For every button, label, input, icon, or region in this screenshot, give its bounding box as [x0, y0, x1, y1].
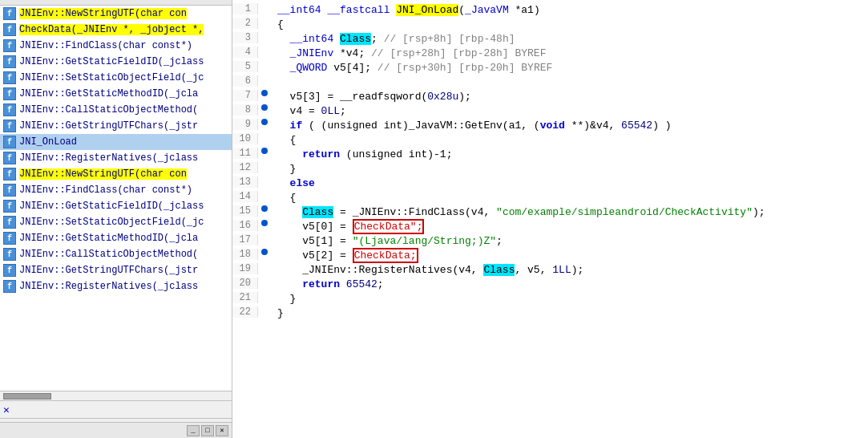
code-content: } — [271, 306, 868, 321]
breakpoint-dot[interactable] — [258, 220, 271, 226]
function-item[interactable]: fJNIEnv::RegisterNatives(_jclass — [0, 150, 232, 166]
function-item[interactable]: fJNIEnv::GetStaticMethodID(_jcla — [0, 86, 232, 102]
line-number: 9 — [232, 119, 258, 130]
function-name: JNIEnv::NewStringUTF(char con — [19, 168, 187, 180]
function-name: JNIEnv::GetStaticFieldID(_jclass — [19, 201, 204, 212]
code-line: 2{ — [232, 18, 868, 32]
code-content: Class = _JNIEnv::FindClass(v4, "com/exam… — [271, 205, 868, 220]
function-item[interactable]: fJNIEnv::FindClass(char const*) — [0, 182, 232, 198]
code-line: 8 v4 = 0LL; — [232, 104, 868, 119]
function-item[interactable]: fJNIEnv::GetStaticFieldID(_jclass — [0, 54, 232, 70]
right-panel: 1__int64 __fastcall JNI_OnLoad(_JavaVM *… — [232, 0, 868, 438]
function-icon: f — [3, 55, 16, 68]
function-name: JNIEnv::GetStaticMethodID(_jcla — [19, 88, 198, 99]
code-content: } — [271, 292, 868, 306]
line-number: 8 — [232, 104, 258, 116]
function-icon: f — [3, 39, 16, 52]
function-name: JNIEnv::FindClass(char const*) — [19, 40, 192, 51]
function-icon: f — [3, 248, 16, 261]
line-number: 11 — [232, 148, 258, 159]
line-number: 18 — [232, 249, 258, 260]
function-item[interactable]: fJNIEnv::CallStaticObjectMethod( — [0, 246, 232, 262]
code-content: v5[3] = __readfsqword(0x28u); — [271, 90, 868, 104]
restore-button[interactable]: □ — [201, 425, 214, 436]
function-item[interactable]: fJNI_OnLoad — [0, 134, 232, 150]
line-number: 10 — [232, 133, 258, 144]
clear-filter-button[interactable]: ✕ — [3, 404, 10, 416]
function-item[interactable]: fJNIEnv::GetStringUTFChars(_jstr — [0, 118, 232, 134]
function-item[interactable]: fJNIEnv::CallStaticObjectMethod( — [0, 102, 232, 118]
breakpoint-indicator — [261, 205, 268, 212]
code-content: { — [271, 133, 868, 148]
line-number: 2 — [232, 18, 258, 29]
code-line: 9 if ( (unsigned int)_JavaVM::GetEnv(a1,… — [232, 119, 868, 133]
line-number: 6 — [232, 75, 258, 87]
breakpoint-dot[interactable] — [258, 90, 271, 96]
code-content: _QWORD v5[4]; // [rsp+30h] [rbp-20h] BYR… — [271, 61, 868, 75]
function-name: JNI_OnLoad — [19, 136, 77, 148]
function-item[interactable]: fJNIEnv::GetStaticFieldID(_jclass — [0, 198, 232, 214]
minimize-button[interactable]: _ — [187, 425, 200, 436]
function-name: JNIEnv::GetStaticMethodID(_jcla — [19, 233, 198, 244]
function-icon: f — [3, 87, 16, 100]
function-item[interactable]: fJNIEnv::GetStringUTFChars(_jstr — [0, 262, 232, 278]
function-icon: f — [3, 71, 16, 84]
code-line: 19 _JNIEnv::RegisterNatives(v4, Class, v… — [232, 263, 868, 278]
function-item[interactable]: fJNIEnv::SetStaticObjectField(_jc — [0, 214, 232, 230]
code-line: 12 } — [232, 162, 868, 176]
code-line: 15 Class = _JNIEnv::FindClass(v4, "com/e… — [232, 205, 868, 220]
function-name: CheckData(_JNIEnv *, _jobject *, — [19, 24, 204, 35]
function-icon: f — [3, 200, 16, 213]
line-number: 19 — [232, 263, 258, 274]
breakpoint-dot[interactable] — [258, 205, 271, 212]
function-icon: f — [3, 103, 16, 116]
function-item[interactable]: fJNIEnv::NewStringUTF(char con — [0, 166, 232, 182]
breakpoint-indicator — [261, 119, 268, 125]
code-content: if ( (unsigned int)_JavaVM::GetEnv(a1, (… — [271, 119, 868, 133]
code-line: 20 return 65542; — [232, 278, 868, 292]
breakpoint-indicator — [261, 104, 268, 111]
breakpoint-dot[interactable] — [258, 119, 271, 125]
code-content: __int64 __fastcall JNI_OnLoad(_JavaVM *a… — [271, 3, 868, 18]
function-name: JNIEnv::SetStaticObjectField(_jc — [19, 217, 204, 228]
function-name: JNIEnv::GetStaticFieldID(_jclass — [19, 56, 204, 67]
function-name: JNIEnv::CallStaticObjectMethod( — [19, 249, 198, 260]
code-content: { — [271, 18, 868, 32]
code-line: 16 v5[0] = CheckData"; — [232, 220, 868, 234]
code-line: 17 v5[1] = "(Ljava/lang/String;)Z"; — [232, 234, 868, 249]
line-number: 13 — [232, 176, 258, 188]
close-panel-button[interactable]: ✕ — [216, 425, 228, 436]
function-icon: f — [3, 168, 16, 180]
breakpoint-dot[interactable] — [258, 148, 271, 154]
breakpoint-indicator — [261, 90, 268, 96]
line-number: 5 — [232, 61, 258, 72]
code-line: 22} — [232, 306, 868, 321]
code-content: return (unsigned int)-1; — [271, 148, 868, 162]
function-name: JNIEnv::GetStringUTFChars(_jstr — [19, 120, 198, 132]
scrollbar-area[interactable] — [0, 391, 232, 400]
function-name: JNIEnv::NewStringUTF(char con — [19, 8, 187, 19]
left-panel: fJNIEnv::NewStringUTF(char confCheckData… — [0, 0, 232, 438]
function-item[interactable]: fJNIEnv::GetStaticMethodID(_jcla — [0, 230, 232, 246]
code-line: 13 else — [232, 176, 868, 191]
line-number: 20 — [232, 278, 258, 289]
code-line: 4 _JNIEnv *v4; // [rsp+28h] [rbp-28h] BY… — [232, 47, 868, 61]
code-line: 5 _QWORD v5[4]; // [rsp+30h] [rbp-20h] B… — [232, 61, 868, 75]
line-number: 22 — [232, 306, 258, 318]
breakpoint-dot[interactable] — [258, 104, 271, 111]
scrollbar-thumb[interactable] — [3, 393, 51, 399]
function-item[interactable]: fCheckData(_JNIEnv *, _jobject *, — [0, 22, 232, 38]
function-item[interactable]: fJNIEnv::NewStringUTF(char con — [0, 6, 232, 22]
function-name: JNIEnv::RegisterNatives(_jclass — [19, 281, 198, 292]
bottom-bar: ✕ — [0, 400, 232, 418]
function-item[interactable]: fJNIEnv::FindClass(char const*) — [0, 38, 232, 54]
line-number: 7 — [232, 90, 258, 101]
code-area[interactable]: 1__int64 __fastcall JNI_OnLoad(_JavaVM *… — [232, 0, 868, 438]
line-number: 3 — [232, 32, 258, 43]
breakpoint-dot[interactable] — [258, 249, 271, 255]
function-list[interactable]: fJNIEnv::NewStringUTF(char confCheckData… — [0, 6, 232, 391]
breakpoint-indicator — [261, 220, 268, 226]
function-item[interactable]: fJNIEnv::RegisterNatives(_jclass — [0, 278, 232, 294]
function-item[interactable]: fJNIEnv::SetStaticObjectField(_jc — [0, 70, 232, 86]
code-content: v5[1] = "(Ljava/lang/String;)Z"; — [271, 234, 868, 249]
